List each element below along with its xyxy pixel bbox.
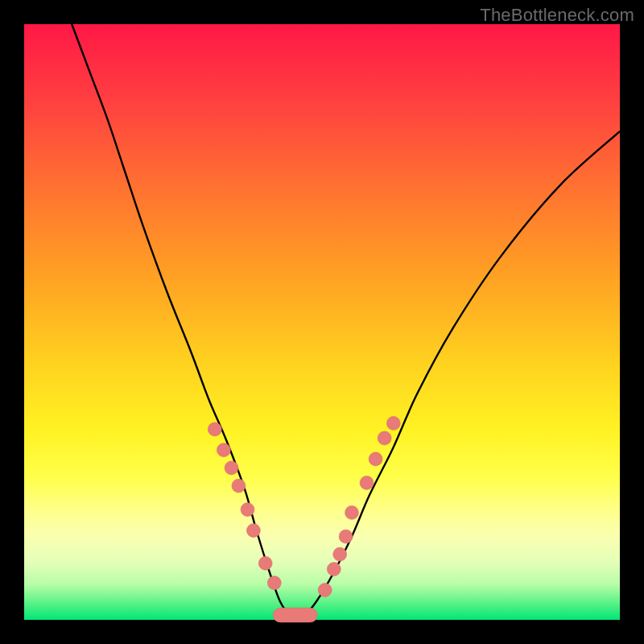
valley-marker-band (273, 608, 317, 622)
bottleneck-curve (72, 24, 620, 617)
data-marker (327, 563, 341, 576)
data-markers (208, 416, 400, 622)
curve-path (72, 24, 620, 617)
data-marker (386, 416, 400, 430)
data-marker (369, 452, 382, 466)
plot-area (24, 24, 620, 620)
data-marker (339, 530, 353, 543)
curve-layer (24, 24, 620, 620)
data-marker (232, 479, 246, 493)
data-marker (208, 423, 221, 436)
data-marker (267, 576, 281, 590)
data-marker (217, 444, 230, 457)
data-marker (258, 556, 272, 570)
chart-frame: TheBottleneck.com (0, 0, 644, 644)
watermark-label: TheBottleneck.com (480, 5, 634, 26)
data-marker (378, 431, 391, 445)
data-marker (241, 503, 254, 517)
data-marker (318, 584, 332, 597)
data-marker (360, 476, 374, 489)
data-marker (333, 547, 347, 561)
data-marker (246, 524, 260, 538)
data-marker (345, 506, 359, 519)
data-marker (225, 461, 238, 475)
